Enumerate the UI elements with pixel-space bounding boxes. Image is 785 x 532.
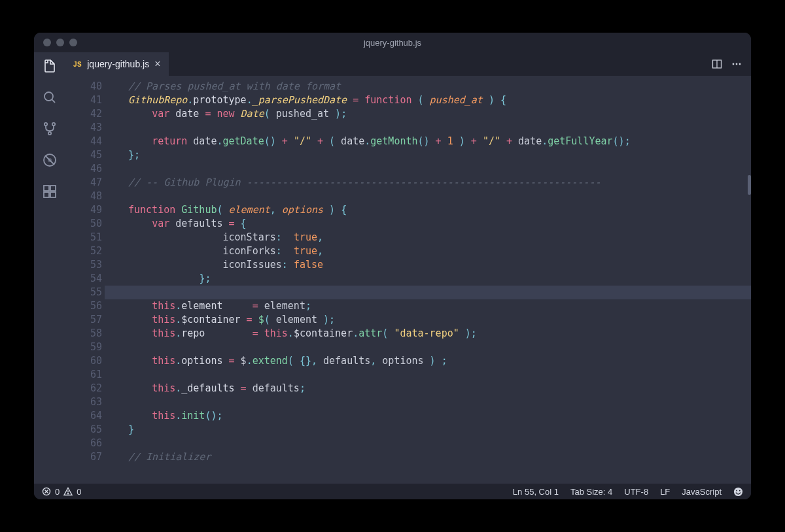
- feedback-icon[interactable]: [733, 487, 743, 497]
- code-line[interactable]: this._defaults = defaults;: [116, 382, 751, 395]
- error-icon[interactable]: [42, 487, 51, 496]
- search-icon[interactable]: [41, 89, 58, 106]
- tab-filename: jquery-github.js: [87, 59, 149, 69]
- maximize-window-button[interactable]: [69, 39, 77, 46]
- warning-count[interactable]: 0: [77, 487, 81, 497]
- code-line[interactable]: return date.getDate() + "/" + ( date.get…: [116, 135, 751, 148]
- line-number: 48: [65, 190, 102, 203]
- line-number: 59: [65, 341, 102, 354]
- cursor-position[interactable]: Ln 55, Col 1: [513, 487, 559, 497]
- line-number: 54: [65, 272, 102, 286]
- editor-actions: [712, 52, 751, 76]
- line-number: 60: [65, 354, 102, 368]
- titlebar: jquery-github.js: [34, 33, 751, 52]
- code-line[interactable]: // Initializer: [116, 450, 751, 464]
- svg-point-22: [734, 487, 742, 495]
- line-number: 44: [65, 135, 102, 148]
- line-number: 41: [65, 93, 102, 107]
- code-line[interactable]: [105, 286, 751, 299]
- svg-point-23: [736, 490, 737, 491]
- debug-icon[interactable]: [41, 152, 58, 169]
- svg-point-15: [736, 63, 738, 65]
- line-number: 42: [65, 107, 102, 121]
- code-line[interactable]: iconStars: true,: [116, 231, 751, 244]
- more-actions-icon[interactable]: [731, 59, 742, 69]
- svg-point-3: [52, 123, 55, 125]
- code-line[interactable]: iconIssues: false: [116, 258, 751, 272]
- code-line[interactable]: iconForks: true,: [116, 244, 751, 258]
- window-controls: [34, 39, 77, 46]
- close-window-button[interactable]: [43, 39, 51, 46]
- code-line[interactable]: [116, 190, 751, 203]
- line-number: 53: [65, 258, 102, 272]
- code-line[interactable]: [116, 121, 751, 135]
- line-number: 66: [65, 437, 102, 450]
- code-line[interactable]: var defaults = {: [116, 217, 751, 231]
- extensions-icon[interactable]: [41, 183, 58, 200]
- svg-point-21: [68, 493, 69, 494]
- explorer-icon[interactable]: [41, 58, 58, 75]
- window-title: jquery-github.js: [364, 38, 421, 48]
- tab-close-icon[interactable]: ×: [154, 59, 160, 69]
- error-count[interactable]: 0: [55, 487, 60, 497]
- line-number: 50: [65, 217, 102, 231]
- code-line[interactable]: [116, 437, 751, 450]
- warning-icon[interactable]: [63, 487, 73, 496]
- line-number: 65: [65, 423, 102, 437]
- code-line[interactable]: [116, 368, 751, 382]
- code-line[interactable]: this.$container = $( element );: [116, 313, 751, 327]
- line-number: 52: [65, 244, 102, 258]
- code-line[interactable]: GithubRepo.prototype._parsePushedDate = …: [116, 93, 751, 107]
- line-number: 55: [65, 286, 102, 299]
- source-control-icon[interactable]: [41, 120, 58, 137]
- activity-bar: [34, 52, 65, 484]
- line-number: 40: [65, 80, 102, 93]
- code-content[interactable]: // Parses pushed_at with date formatGith…: [116, 76, 751, 484]
- eol[interactable]: LF: [660, 487, 670, 497]
- code-line[interactable]: var date = new Date( pushed_at );: [116, 107, 751, 121]
- svg-point-14: [733, 63, 735, 65]
- code-line[interactable]: // -- Github Plugin --------------------…: [116, 176, 751, 190]
- code-line[interactable]: };: [116, 272, 751, 286]
- svg-point-16: [739, 63, 741, 65]
- code-line[interactable]: [116, 162, 751, 176]
- svg-point-7: [48, 158, 52, 162]
- svg-rect-11: [50, 186, 56, 191]
- line-number: 63: [65, 395, 102, 409]
- svg-line-1: [52, 99, 55, 103]
- line-number: 49: [65, 203, 102, 217]
- code-line[interactable]: }: [116, 423, 751, 437]
- status-bar: 0 0 Ln 55, Col 1 Tab Size: 4 UTF-8 LF Ja…: [34, 484, 751, 499]
- code-line[interactable]: [116, 341, 751, 354]
- svg-point-0: [44, 92, 53, 101]
- line-number: 45: [65, 148, 102, 162]
- indentation[interactable]: Tab Size: 4: [570, 487, 612, 497]
- line-number: 64: [65, 409, 102, 423]
- minimize-window-button[interactable]: [56, 39, 64, 46]
- language-mode[interactable]: JavaScript: [682, 487, 722, 497]
- tab-bar: JS jquery-github.js ×: [65, 52, 751, 76]
- tab-jquery-github[interactable]: JS jquery-github.js ×: [65, 52, 169, 76]
- code-line[interactable]: function Github( element, options ) {: [116, 203, 751, 217]
- split-editor-icon[interactable]: [712, 59, 722, 69]
- code-line[interactable]: // Parses pushed_at with date format: [116, 80, 751, 93]
- line-number: 43: [65, 121, 102, 135]
- line-number: 56: [65, 299, 102, 313]
- code-editor[interactable]: 4041424344454647484950515253545556575859…: [65, 76, 751, 484]
- line-number: 57: [65, 313, 102, 327]
- editor-window: jquery-github.js JS jquery: [34, 33, 751, 499]
- line-number: 46: [65, 162, 102, 176]
- svg-point-4: [48, 132, 51, 135]
- svg-rect-9: [44, 192, 49, 197]
- encoding[interactable]: UTF-8: [624, 487, 648, 497]
- code-line[interactable]: };: [116, 148, 751, 162]
- line-number: 62: [65, 382, 102, 395]
- code-line[interactable]: this.element = element;: [116, 299, 751, 313]
- line-number: 51: [65, 231, 102, 244]
- code-line[interactable]: this.options = $.extend( {}, defaults, o…: [116, 354, 751, 368]
- svg-rect-8: [44, 186, 49, 191]
- code-line[interactable]: this.init();: [116, 409, 751, 423]
- scrollbar-thumb[interactable]: [748, 175, 751, 195]
- code-line[interactable]: this.repo = this.$container.attr( "data-…: [116, 327, 751, 341]
- code-line[interactable]: [116, 395, 751, 409]
